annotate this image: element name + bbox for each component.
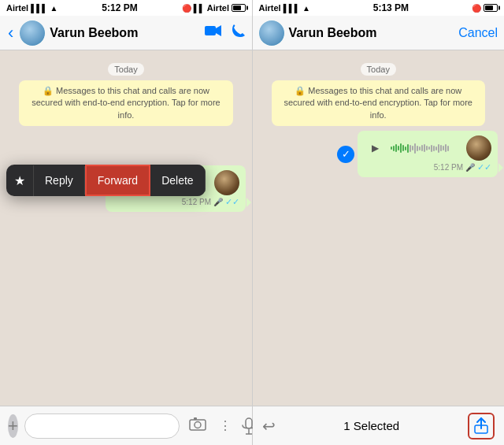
system-msg-right: 🔒 Messages to this chat and calls are no… bbox=[272, 80, 486, 126]
cancel-btn-right[interactable]: Cancel bbox=[458, 26, 498, 40]
header-right: Varun Beebom Cancel bbox=[253, 16, 505, 50]
battery-icon-left bbox=[232, 4, 246, 12]
msg-ticks-left: ✓✓ bbox=[225, 197, 239, 207]
phone-icon-left[interactable] bbox=[232, 24, 246, 42]
message-input-left[interactable] bbox=[24, 413, 180, 439]
play-btn-right[interactable]: ▶ bbox=[364, 137, 386, 159]
signal-bars-left: ▌▌▌ bbox=[31, 4, 47, 13]
left-panel: Airtel ▌▌▌ ▲ 5:12 PM 🔴 ▌▌ Airtel ‹ Varun… bbox=[0, 0, 252, 445]
status-bar-right-right: 🔴 bbox=[472, 4, 498, 13]
camera-icon-left[interactable] bbox=[186, 413, 209, 438]
wifi-icon-right: ▲ bbox=[302, 4, 310, 13]
msg-mic-right: 🎤 bbox=[465, 163, 475, 172]
carrier-right: Airtel bbox=[259, 3, 281, 13]
chat-area-left: Today 🔒 Messages to this chat and calls … bbox=[0, 50, 252, 406]
contact-name-left: Varun Beebom bbox=[50, 26, 200, 40]
context-menu-star[interactable]: ★ bbox=[6, 165, 34, 196]
video-icon-left[interactable] bbox=[205, 24, 222, 41]
time-left: 5:12 PM bbox=[102, 2, 137, 13]
waveform-right bbox=[391, 140, 461, 156]
plus-btn-left[interactable]: + bbox=[8, 414, 18, 438]
svg-rect-4 bbox=[194, 417, 197, 420]
status-bar-left-right: 🔴 ▌▌ Airtel bbox=[182, 3, 246, 13]
audio-bubble-right: ▶ 5:12 PM 🎤 ✓✓ bbox=[358, 131, 498, 177]
contact-info-right: Varun Beebom bbox=[289, 26, 454, 40]
battery-icon-right bbox=[484, 4, 498, 12]
svg-point-3 bbox=[195, 422, 201, 428]
date-label-left: Today bbox=[6, 61, 246, 76]
avatar-left bbox=[20, 20, 45, 46]
chat-area-right: Today 🔒 Messages to this chat and calls … bbox=[253, 50, 505, 406]
status-bar-left: Airtel ▌▌▌ ▲ 5:12 PM 🔴 ▌▌ Airtel bbox=[0, 0, 252, 16]
contact-info-left: Varun Beebom bbox=[50, 26, 200, 40]
msg-ticks-right: ✓✓ bbox=[477, 162, 491, 172]
msg-mic-left: 🎤 bbox=[213, 198, 223, 206]
svg-rect-0 bbox=[205, 26, 216, 35]
audio-player-right: ▶ bbox=[364, 135, 491, 161]
msg-time-left: 5:12 PM bbox=[182, 198, 211, 206]
bluetooth-icon-right: 🔴 bbox=[472, 4, 481, 13]
msg-time-right: 5:12 PM bbox=[434, 163, 463, 172]
share-btn[interactable] bbox=[468, 413, 495, 439]
context-menu: ★ Reply Forward Delete bbox=[6, 165, 206, 196]
status-bar-left-left: Airtel ▌▌▌ ▲ bbox=[6, 3, 57, 13]
status-bar-right-left: Airtel ▌▌▌ ▲ bbox=[259, 3, 310, 13]
forward-icon-bottom[interactable]: ↩ bbox=[262, 417, 276, 436]
msg-meta-left: 5:12 PM 🎤 ✓✓ bbox=[112, 197, 239, 207]
time-right: 5:13 PM bbox=[373, 2, 409, 13]
signal-bars2-left: ▌▌ bbox=[194, 4, 205, 13]
context-menu-delete[interactable]: Delete bbox=[150, 166, 205, 195]
bottom-bar-right: ↩ 1 Selected bbox=[253, 406, 505, 445]
svg-marker-1 bbox=[216, 25, 221, 36]
avatar-right bbox=[259, 20, 284, 46]
carrier-left: Airtel bbox=[6, 3, 28, 13]
carrier2-left: Airtel bbox=[207, 3, 229, 13]
svg-rect-5 bbox=[246, 418, 252, 428]
msg-meta-right: 5:12 PM 🎤 ✓✓ bbox=[364, 162, 491, 172]
contact-name-right: Varun Beebom bbox=[289, 26, 454, 40]
selected-count: 1 Selected bbox=[282, 419, 462, 432]
system-msg-left: 🔒 Messages to this chat and calls are no… bbox=[19, 80, 233, 126]
back-arrow-left[interactable]: ‹ bbox=[6, 23, 15, 43]
right-panel: Airtel ▌▌▌ ▲ 5:13 PM 🔴 Varun Beebom Canc… bbox=[253, 0, 505, 445]
date-label-right: Today bbox=[259, 61, 498, 76]
audio-msg-row-right: ✓ ▶ 5:12 PM 🎤 ✓✓ bbox=[259, 131, 498, 177]
wifi-icon-left: ▲ bbox=[50, 4, 57, 13]
bluetooth-icon-left: 🔴 bbox=[182, 4, 191, 13]
status-bar-right: Airtel ▌▌▌ ▲ 5:13 PM 🔴 bbox=[253, 0, 505, 16]
context-menu-reply[interactable]: Reply bbox=[34, 166, 85, 195]
audio-thumb-left bbox=[214, 170, 239, 195]
bottom-bar-left: + ⋮ bbox=[0, 406, 252, 445]
signal-bars-right: ▌▌▌ bbox=[284, 4, 300, 13]
select-check[interactable]: ✓ bbox=[337, 146, 354, 163]
dots-icon-left[interactable]: ⋮ bbox=[216, 415, 235, 436]
header-left: ‹ Varun Beebom bbox=[0, 16, 252, 50]
header-icons-left bbox=[205, 24, 246, 42]
audio-thumb-right bbox=[466, 135, 491, 161]
context-menu-forward[interactable]: Forward bbox=[85, 165, 150, 196]
